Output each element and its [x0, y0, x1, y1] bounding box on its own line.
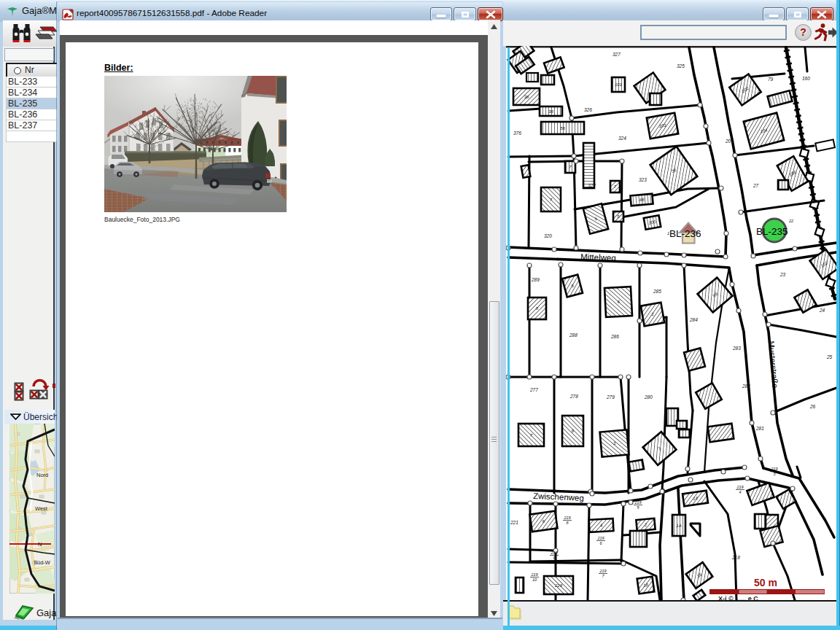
svg-text:327: 327: [612, 52, 621, 57]
svg-text:283: 283: [732, 346, 741, 351]
svg-text:4: 4: [739, 490, 741, 494]
svg-text:285: 285: [653, 289, 661, 294]
svg-text:22: 22: [788, 219, 793, 223]
svg-text:219: 219: [550, 551, 557, 555]
svg-text:25: 25: [826, 354, 833, 359]
svg-text:376: 376: [513, 131, 521, 136]
svg-text:27: 27: [752, 183, 759, 188]
svg-text:West: West: [35, 505, 48, 512]
svg-text:BL-236: BL-236: [669, 228, 701, 239]
svg-text:219: 219: [596, 536, 604, 540]
svg-text:219: 219: [599, 569, 606, 573]
svg-text:221: 221: [510, 520, 518, 525]
svg-text:277: 277: [529, 387, 538, 392]
svg-text:20: 20: [725, 139, 731, 144]
svg-text:289: 289: [531, 277, 540, 282]
svg-text:282: 282: [742, 384, 750, 389]
svg-text:10: 10: [532, 578, 537, 582]
svg-text:286: 286: [610, 334, 619, 339]
svg-text:N: N: [38, 541, 42, 548]
svg-text:160: 160: [802, 76, 810, 81]
svg-text:280: 280: [644, 394, 653, 400]
svg-text:323: 323: [639, 177, 647, 182]
svg-text:Süd-W: Süd-W: [34, 559, 51, 566]
svg-text:1: 1: [667, 231, 669, 236]
svg-text:26: 26: [809, 404, 816, 409]
svg-text:101: 101: [615, 82, 622, 87]
svg-text:219: 219: [563, 516, 570, 520]
svg-text:1A: 1A: [676, 524, 681, 528]
svg-text:36: 36: [548, 109, 553, 114]
svg-text:219: 219: [634, 500, 641, 505]
svg-text:325: 325: [677, 63, 685, 69]
svg-text:79: 79: [768, 77, 774, 82]
svg-text:X-i © ...... e C: X-i © ...... e C: [718, 595, 758, 600]
svg-text:327: 327: [588, 183, 596, 188]
svg-text:288: 288: [569, 332, 578, 338]
svg-text:284: 284: [689, 317, 698, 322]
svg-text:281: 281: [755, 426, 764, 431]
svg-text:324: 324: [618, 136, 626, 141]
svg-text:50 m: 50 m: [754, 577, 777, 588]
svg-text:BL-235: BL-235: [756, 226, 788, 237]
svg-text:219: 219: [530, 572, 537, 577]
svg-text:279: 279: [606, 394, 615, 400]
svg-text:48: 48: [639, 198, 645, 203]
svg-text:278: 278: [569, 394, 578, 399]
svg-text:326: 326: [584, 107, 592, 112]
svg-text:219: 219: [554, 583, 563, 588]
svg-text:320: 320: [544, 233, 552, 238]
svg-text:218: 218: [731, 555, 740, 560]
svg-text:Mittelweg: Mittelweg: [580, 252, 616, 262]
svg-text:56: 56: [560, 126, 565, 131]
svg-text:36: 36: [524, 95, 529, 99]
svg-text:24: 24: [819, 308, 825, 313]
svg-text:Nord: Nord: [36, 472, 48, 478]
svg-text:9: 9: [553, 556, 555, 560]
svg-text:23: 23: [779, 272, 786, 277]
svg-text:219: 219: [770, 467, 777, 471]
svg-text:219: 219: [736, 485, 743, 489]
